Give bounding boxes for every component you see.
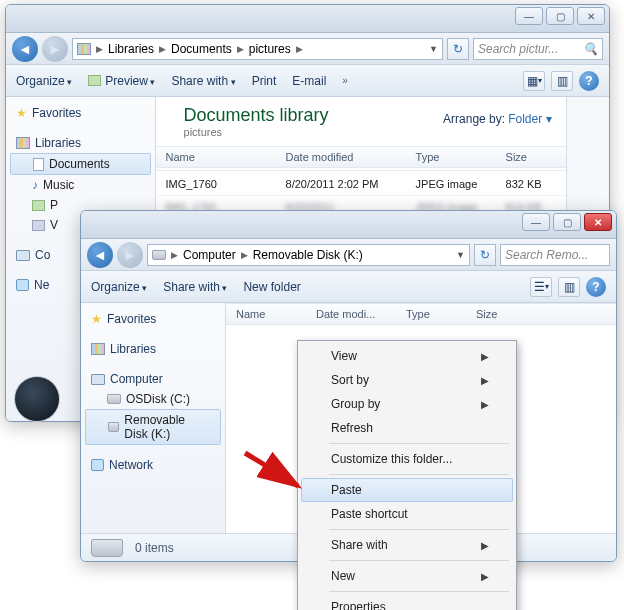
sidebar-favorites[interactable]: ★Favorites (6, 103, 155, 123)
column-type[interactable]: Type (406, 151, 496, 163)
share-with-menu[interactable]: Share with (163, 280, 227, 294)
ctx-label: New (331, 569, 355, 583)
forward-button[interactable]: ► (42, 36, 68, 62)
refresh-button[interactable]: ↻ (447, 38, 469, 60)
sidebar-favorites-label: Favorites (107, 312, 156, 326)
column-name[interactable]: Name (156, 151, 276, 163)
preview-pane-button[interactable]: ▥ (558, 277, 580, 297)
sidebar-item-label: OSDisk (C:) (126, 392, 190, 406)
column-date-modified[interactable]: Date modi... (306, 308, 396, 320)
maximize-button[interactable]: ▢ (553, 213, 581, 231)
pictures-icon (32, 200, 45, 211)
sidebar-computer[interactable]: Computer (81, 369, 225, 389)
help-button[interactable]: ? (579, 71, 599, 91)
ctx-paste[interactable]: Paste (301, 478, 513, 502)
search-placeholder: Search Remo... (505, 248, 588, 262)
titlebar[interactable]: — ▢ ✕ (6, 5, 609, 33)
sidebar-item-music[interactable]: ♪Music (6, 175, 155, 195)
search-box[interactable]: Search Remo... (500, 244, 610, 266)
search-box[interactable]: Search pictur... 🔍 (473, 38, 603, 60)
preview-label: Preview (105, 74, 155, 88)
sidebar-libraries[interactable]: Libraries (6, 133, 155, 153)
sidebar-item-documents[interactable]: Documents (10, 153, 151, 175)
sidebar-item-osdisk[interactable]: OSDisk (C:) (81, 389, 225, 409)
crumb-sep: ▶ (95, 44, 104, 54)
arrange-by-label: Arrange by: (443, 112, 505, 126)
view-options-button[interactable]: ☰▾ (530, 277, 552, 297)
computer-icon (16, 250, 30, 261)
ctx-label: Sort by (331, 373, 369, 387)
ctx-share-with[interactable]: Share with▶ (301, 533, 513, 557)
crumb-documents[interactable]: Documents (171, 42, 232, 56)
ctx-separator (329, 560, 509, 561)
sidebar-libraries[interactable]: Libraries (81, 339, 225, 359)
address-bar[interactable]: ▶ Libraries ▶ Documents ▶ pictures ▶ ▼ (72, 38, 443, 60)
column-size[interactable]: Size (496, 151, 566, 163)
column-type[interactable]: Type (396, 308, 466, 320)
crumb-pictures[interactable]: pictures (249, 42, 291, 56)
new-folder-button[interactable]: New folder (243, 280, 300, 294)
arrange-by-value: Folder ▾ (508, 112, 551, 126)
email-button[interactable]: E-mail (292, 74, 326, 88)
sidebar-item-removable[interactable]: Removable Disk (K:) (85, 409, 221, 445)
context-menu: View▶ Sort by▶ Group by▶ Refresh Customi… (297, 340, 517, 610)
ctx-paste-shortcut[interactable]: Paste shortcut (301, 502, 513, 526)
ctx-refresh[interactable]: Refresh (301, 416, 513, 440)
print-button[interactable]: Print (252, 74, 277, 88)
nav-bar: ◄ ► ▶ Computer ▶ Removable Disk (K:) ▼ ↻… (81, 239, 616, 271)
column-date-modified[interactable]: Date modified (276, 151, 406, 163)
view-options-button[interactable]: ▦▾ (523, 71, 545, 91)
maximize-button[interactable]: ▢ (546, 7, 574, 25)
document-icon (33, 158, 44, 171)
share-with-menu[interactable]: Share with (171, 74, 235, 88)
address-bar[interactable]: ▶ Computer ▶ Removable Disk (K:) ▼ (147, 244, 470, 266)
ctx-sort-by[interactable]: Sort by▶ (301, 368, 513, 392)
preview-menu[interactable]: Preview (88, 74, 155, 88)
close-button[interactable]: ✕ (577, 7, 605, 25)
preview-pane-button[interactable]: ▥ (551, 71, 573, 91)
crumb-removable[interactable]: Removable Disk (K:) (253, 248, 363, 262)
back-button[interactable]: ◄ (12, 36, 38, 62)
forward-button[interactable]: ► (117, 242, 143, 268)
ctx-customize-folder[interactable]: Customize this folder... (301, 447, 513, 471)
arrange-by[interactable]: Arrange by: Folder ▾ (443, 112, 551, 126)
crumb-libraries[interactable]: Libraries (108, 42, 154, 56)
ctx-separator (329, 591, 509, 592)
help-button[interactable]: ? (586, 277, 606, 297)
column-name[interactable]: Name (226, 308, 306, 320)
drive-icon (108, 422, 119, 432)
crumb-sep: ▶ (295, 44, 304, 54)
titlebar[interactable]: — ▢ ✕ (81, 211, 616, 239)
ctx-group-by[interactable]: Group by▶ (301, 392, 513, 416)
minimize-button[interactable]: — (515, 7, 543, 25)
ctx-view[interactable]: View▶ (301, 344, 513, 368)
libraries-icon (91, 343, 105, 355)
column-headers[interactable]: Name Date modi... Type Size (226, 303, 616, 325)
close-button[interactable]: ✕ (584, 213, 612, 231)
column-size[interactable]: Size (466, 308, 526, 320)
file-row[interactable]: IMG_1760 8/20/2011 2:02 PM JPEG image 83… (156, 173, 566, 196)
ctx-properties[interactable]: Properties (301, 595, 513, 610)
address-dropdown-icon[interactable]: ▼ (456, 250, 465, 260)
back-button[interactable]: ◄ (87, 242, 113, 268)
crumb-computer[interactable]: Computer (183, 248, 236, 262)
column-headers[interactable]: Name Date modified Type Size (156, 146, 566, 168)
drive-icon (107, 394, 121, 404)
sidebar-libraries-label: Libraries (110, 342, 156, 356)
file-size: 832 KB (496, 178, 566, 190)
sidebar-favorites[interactable]: ★Favorites (81, 309, 225, 329)
minimize-button[interactable]: — (522, 213, 550, 231)
organize-menu[interactable]: Organize (16, 74, 72, 88)
sidebar-item-label: Documents (49, 157, 110, 171)
network-icon (16, 279, 29, 291)
address-dropdown-icon[interactable]: ▼ (429, 44, 438, 54)
submenu-arrow-icon: ▶ (481, 375, 489, 386)
organize-menu[interactable]: Organize (91, 280, 147, 294)
refresh-button[interactable]: ↻ (474, 244, 496, 266)
ctx-new[interactable]: New▶ (301, 564, 513, 588)
crumb-sep: ▶ (236, 44, 245, 54)
sidebar-network[interactable]: Network (81, 455, 225, 475)
file-name: IMG_1760 (156, 178, 276, 190)
more-chevron-icon[interactable]: » (342, 75, 348, 86)
sidebar-libraries-label: Libraries (35, 136, 81, 150)
